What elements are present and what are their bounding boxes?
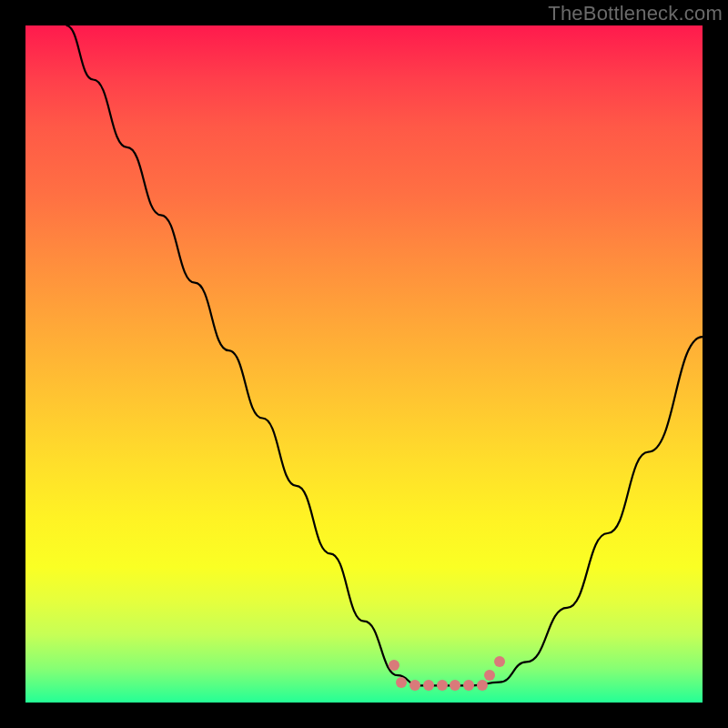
plot-area	[25, 25, 703, 703]
highlight-dot	[423, 680, 434, 691]
highlight-dot	[477, 680, 488, 691]
highlight-dot	[494, 656, 505, 667]
chart-frame: TheBottleneck.com	[0, 0, 728, 728]
watermark-label: TheBottleneck.com	[548, 2, 723, 25]
highlight-dot	[389, 660, 399, 671]
highlight-dot	[450, 680, 460, 691]
highlight-dot	[410, 680, 420, 691]
highlight-dot	[437, 680, 448, 691]
highlight-dot	[396, 677, 407, 688]
highlight-dot	[484, 670, 495, 681]
highlight-dot	[463, 680, 474, 691]
highlight-dots	[25, 25, 703, 703]
